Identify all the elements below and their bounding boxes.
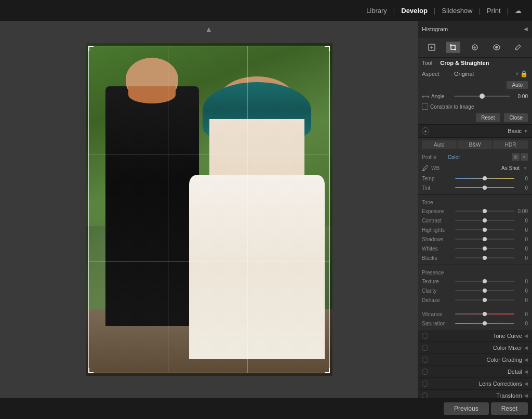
wb-eyedrop-icon[interactable]: 🖊 [422,164,429,172]
color-mixer-section[interactable]: Color Mixer ◀ [418,342,532,354]
tone-curve-vis[interactable] [422,333,428,339]
temp-thumb[interactable] [483,176,487,180]
saturation-slider[interactable] [455,320,514,327]
whites-value: 0 [516,246,528,252]
dehaze-slider[interactable] [455,296,514,304]
bride-figure [189,76,325,359]
canvas-area: ▲ [0,21,418,398]
vibrance-slider[interactable] [455,310,514,318]
auto-button[interactable]: Auto [507,81,528,89]
whites-row: Whites 0 [418,244,532,253]
whites-slider[interactable] [455,245,514,252]
photo-background [86,43,332,376]
basic-section-header[interactable]: ● Basic ▼ [418,125,532,138]
profile-icons: ⊞ ≡ [512,153,528,161]
lock-icon[interactable]: 🔒 [520,70,528,77]
previous-button[interactable]: Previous [444,402,489,415]
tone-curve-label: Tone Curve [431,333,522,339]
constrain-checkbox[interactable] [422,103,428,110]
tone-curve-section[interactable]: Tone Curve ◀ [418,330,532,342]
contrast-label: Contrast [422,218,453,224]
edit-icon[interactable] [424,42,439,53]
whites-thumb[interactable] [483,246,487,251]
highlights-slider[interactable] [455,226,514,233]
shadows-label: Shadows [422,237,453,242]
library-nav[interactable]: Library [366,7,387,15]
highlights-thumb[interactable] [483,228,487,232]
lens-corrections-vis[interactable] [422,381,428,387]
detail-vis[interactable] [422,369,428,375]
angle-thumb[interactable] [480,94,485,99]
bw-mode-button[interactable]: B&W [458,140,493,149]
blacks-track [455,257,514,258]
color-grading-vis[interactable] [422,357,428,363]
transform-vis[interactable] [422,392,428,398]
blacks-slider[interactable] [455,254,514,261]
profile-grid-btn[interactable]: ⊞ [512,153,520,161]
shadows-slider[interactable] [455,235,514,243]
slideshow-nav[interactable]: Slideshow [442,7,472,15]
eyedrop-icon[interactable] [511,42,525,53]
auto-mode-button[interactable]: Auto [422,140,457,149]
tint-row: Tint 0 [418,183,532,192]
temp-track [455,178,514,179]
dehaze-thumb[interactable] [483,298,487,302]
profile-row: Profile : Color ⊞ ≡ [418,152,532,162]
texture-row: Texture 0 [418,277,532,286]
wb-dropdown[interactable]: ▼ [523,165,528,171]
wb-value[interactable]: As Shot [501,165,520,171]
close-crop-button[interactable]: Close [504,113,528,122]
mask-icon[interactable] [489,42,504,53]
texture-thumb[interactable] [483,279,487,283]
color-mixer-label: Color Mixer [431,345,522,351]
whites-track [455,248,514,249]
aspect-dropdown[interactable]: ▼ [514,71,520,77]
tint-thumb[interactable] [483,186,487,190]
exposure-slider[interactable] [455,207,514,215]
heal-icon[interactable] [468,42,482,53]
develop-nav[interactable]: Develop [401,7,428,15]
exposure-thumb[interactable] [483,209,487,213]
tool-value: Crop & Straighten [440,60,489,66]
profile-value[interactable]: Color [448,154,460,160]
highlights-value: 0 [516,227,528,233]
clarity-slider[interactable] [455,287,514,294]
tone-label: Tone [418,197,532,206]
vibrance-track [455,313,514,315]
detail-section[interactable]: Detail ◀ [418,366,532,378]
clarity-thumb[interactable] [483,289,487,293]
vibrance-thumb[interactable] [483,312,487,316]
shadows-thumb[interactable] [483,237,487,241]
print-nav[interactable]: Print [487,7,501,15]
shadows-row: Shadows 0 [418,234,532,244]
lens-corrections-section[interactable]: Lens Corrections ◀ [418,378,532,390]
transform-section[interactable]: Transform ◀ [418,390,532,398]
cloud-icon[interactable]: ☁ [515,7,522,15]
divider-1 [418,194,532,195]
saturation-thumb[interactable] [483,321,487,325]
contrast-thumb[interactable] [483,218,487,222]
reset-crop-button[interactable]: Reset [476,113,500,122]
color-grading-label: Color Grading [431,357,522,363]
groom-head [126,58,178,101]
straighten-icon: ⟺ [422,94,429,99]
blacks-value: 0 [516,255,528,261]
photo-container[interactable] [86,43,332,376]
histogram-arrow[interactable]: ◀ [524,26,528,32]
temp-slider[interactable] [455,175,514,182]
tint-slider[interactable] [455,184,514,191]
hdr-mode-button[interactable]: HDR [493,140,528,149]
blacks-thumb[interactable] [483,256,487,260]
color-grading-arrow: ◀ [524,357,528,362]
angle-slider[interactable] [454,92,510,100]
profile-list-btn[interactable]: ≡ [521,153,528,161]
texture-slider[interactable] [455,278,514,285]
reset-button[interactable]: Reset [491,402,528,415]
crop-icon[interactable] [446,42,460,53]
basic-vis-toggle[interactable]: ● [422,127,429,135]
blacks-label: Blacks [422,255,453,261]
contrast-slider[interactable] [455,217,514,224]
color-mixer-vis[interactable] [422,345,428,351]
photo-content [86,43,332,376]
color-grading-section[interactable]: Color Grading ◀ [418,354,532,366]
